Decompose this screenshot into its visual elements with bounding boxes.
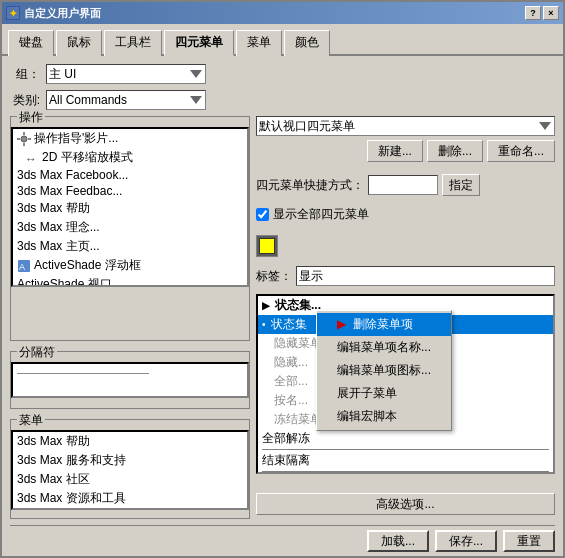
menu-arrow-icon: ▶ bbox=[337, 317, 346, 331]
context-menu-item-delete[interactable]: ▶ 删除菜单项 bbox=[317, 313, 451, 336]
tab-quadmenu[interactable]: 四元菜单 bbox=[164, 30, 234, 56]
context-menu-item-edit-icon[interactable]: 编辑菜单项图标... bbox=[317, 359, 451, 382]
save-button[interactable]: 保存... bbox=[435, 530, 497, 552]
svg-text:↔: ↔ bbox=[25, 152, 37, 165]
list-item[interactable]: 全部解冻 bbox=[258, 429, 553, 448]
context-menu-item-edit-script[interactable]: 编辑宏脚本 bbox=[317, 405, 451, 428]
right-panel: 默认视口四元菜单 新建... 删除... 重命名... 四元菜单快捷方式： 指定 bbox=[256, 116, 555, 519]
svg-rect-4 bbox=[28, 138, 31, 140]
main-area: 操作 操作指导'影片... ↔ 2D 平移缩放模式 3ds Max Facebo… bbox=[10, 116, 555, 519]
list-item[interactable]: 结束隔离 bbox=[258, 451, 553, 470]
reset-button[interactable]: 重置 bbox=[503, 530, 555, 552]
show-all-label: 显示全部四元菜单 bbox=[273, 206, 369, 223]
load-button[interactable]: 加载... bbox=[367, 530, 429, 552]
separator-list[interactable]: ———————————— bbox=[11, 362, 249, 398]
tab-color[interactable]: 颜色 bbox=[284, 30, 330, 56]
svg-point-0 bbox=[21, 136, 27, 142]
gear-icon bbox=[17, 132, 31, 146]
main-window: ✦ 自定义用户界面 ? × 键盘 鼠标 工具栏 四元菜单 菜单 颜色 组： 主 … bbox=[0, 0, 565, 558]
list-item[interactable]: 3ds Max 产品信息 bbox=[13, 508, 247, 510]
list-item[interactable]: ActiveShade 视口 bbox=[13, 275, 247, 287]
title-bar-left: ✦ 自定义用户界面 bbox=[6, 6, 101, 21]
operations-title: 操作 bbox=[17, 109, 45, 126]
group-label: 组： bbox=[10, 66, 40, 83]
list-item[interactable]: A ActiveShade 浮动框 bbox=[13, 256, 247, 275]
list-item[interactable]: 3ds Max 资源和工具 bbox=[13, 489, 247, 508]
context-menu-item-expand[interactable]: 展开子菜单 bbox=[317, 382, 451, 405]
menu-title: 菜单 bbox=[17, 412, 45, 429]
bottom-buttons: 加载... 保存... 重置 bbox=[10, 525, 555, 554]
tab-menu[interactable]: 菜单 bbox=[236, 30, 282, 56]
tag-label: 标签： bbox=[256, 268, 292, 285]
left-panel: 操作 操作指导'影片... ↔ 2D 平移缩放模式 3ds Max Facebo… bbox=[10, 116, 250, 519]
svg-text:A: A bbox=[19, 262, 25, 272]
list-item[interactable]: 3ds Max 帮助 bbox=[13, 432, 247, 451]
delete-button[interactable]: 删除... bbox=[427, 140, 483, 162]
app-icon: ✦ bbox=[6, 6, 20, 20]
list-item[interactable]: 3ds Max Feedbac... bbox=[13, 183, 247, 199]
list-item[interactable]: 3ds Max 帮助 bbox=[13, 199, 247, 218]
show-all-checkbox[interactable] bbox=[256, 208, 269, 221]
list-item[interactable]: 3ds Max 社区 bbox=[13, 470, 247, 489]
shortcut-label: 四元菜单快捷方式： bbox=[256, 177, 364, 194]
color-tag-area: 标签： bbox=[256, 231, 555, 288]
list-item[interactable]: 3ds Max 理念... bbox=[13, 218, 247, 237]
new-button[interactable]: 新建... bbox=[367, 140, 423, 162]
rename-button[interactable]: 重命名... bbox=[487, 140, 555, 162]
type-label: 类别: bbox=[10, 92, 40, 109]
color-swatch-yellow[interactable] bbox=[259, 238, 275, 254]
separator-title: 分隔符 bbox=[17, 344, 57, 361]
show-all-row: 显示全部四元菜单 bbox=[256, 206, 555, 223]
group-select[interactable]: 主 UI bbox=[46, 64, 206, 84]
context-menu: ▶ 删除菜单项 编辑菜单项名称... 编辑菜单项图标... 展开子菜单 编辑宏脚… bbox=[316, 310, 452, 431]
tag-input[interactable] bbox=[296, 266, 555, 286]
tag-row: 标签： bbox=[256, 266, 555, 286]
list-item[interactable]: ———————————— bbox=[13, 364, 247, 380]
menu-list[interactable]: 3ds Max 帮助 3ds Max 服务和支持 3ds Max 社区 3ds … bbox=[11, 430, 249, 510]
assign-button[interactable]: 指定 bbox=[442, 174, 480, 196]
list-item[interactable]: 3ds Max 服务和支持 bbox=[13, 451, 247, 470]
advance-button[interactable]: 高级选项... bbox=[256, 493, 555, 515]
tabs-bar: 键盘 鼠标 工具栏 四元菜单 菜单 颜色 bbox=[2, 24, 563, 56]
type-form-row: 类别: All Commands bbox=[10, 90, 555, 110]
tab-mouse[interactable]: 鼠标 bbox=[56, 30, 102, 56]
top-form-row: 组： 主 UI bbox=[10, 64, 555, 84]
context-menu-item-edit-name[interactable]: 编辑菜单项名称... bbox=[317, 336, 451, 359]
right-top-buttons: 新建... 删除... 重命名... bbox=[256, 140, 555, 162]
window-title: 自定义用户界面 bbox=[24, 6, 101, 21]
list-item[interactable]: 3ds Max 主页... bbox=[13, 237, 247, 256]
title-buttons: ? × bbox=[525, 6, 559, 20]
list-item[interactable]: 操作指导'影片... bbox=[13, 129, 247, 148]
shortcut-input[interactable] bbox=[368, 175, 438, 195]
svg-rect-2 bbox=[23, 143, 25, 146]
list-item[interactable]: 3ds Max Facebook... bbox=[13, 167, 247, 183]
close-button[interactable]: × bbox=[543, 6, 559, 20]
right-list-area: ▶ 状态集... • 状态集 隐藏菜单项... 隐藏... 全部... 按名..… bbox=[256, 294, 555, 485]
color-bg-swatch[interactable] bbox=[256, 235, 278, 257]
advance-btn-row: 高级选项... bbox=[256, 493, 555, 515]
move-icon: ↔ bbox=[25, 151, 39, 165]
list-separator2 bbox=[262, 471, 549, 472]
content-area: 组： 主 UI 类别: All Commands 操作 bbox=[2, 56, 563, 558]
app-icon: A bbox=[17, 259, 31, 273]
tab-keyboard[interactable]: 键盘 bbox=[8, 30, 54, 56]
quad-menu-row: 默认视口四元菜单 bbox=[256, 116, 555, 136]
help-button[interactable]: ? bbox=[525, 6, 541, 20]
type-select[interactable]: All Commands bbox=[46, 90, 206, 110]
color-area bbox=[256, 235, 555, 257]
operations-list[interactable]: 操作指导'影片... ↔ 2D 平移缩放模式 3ds Max Facebook.… bbox=[11, 127, 249, 287]
list-separator bbox=[262, 449, 549, 450]
title-bar: ✦ 自定义用户界面 ? × bbox=[2, 2, 563, 24]
list-item[interactable]: 分离结束排排 bbox=[258, 473, 553, 474]
quad-menu-select[interactable]: 默认视口四元菜单 bbox=[256, 116, 555, 136]
list-item[interactable]: ↔ 2D 平移缩放模式 bbox=[13, 148, 247, 167]
shortcut-row: 四元菜单快捷方式： 指定 bbox=[256, 174, 555, 196]
svg-rect-1 bbox=[23, 132, 25, 135]
svg-rect-3 bbox=[17, 138, 20, 140]
tab-toolbar[interactable]: 工具栏 bbox=[104, 30, 162, 56]
